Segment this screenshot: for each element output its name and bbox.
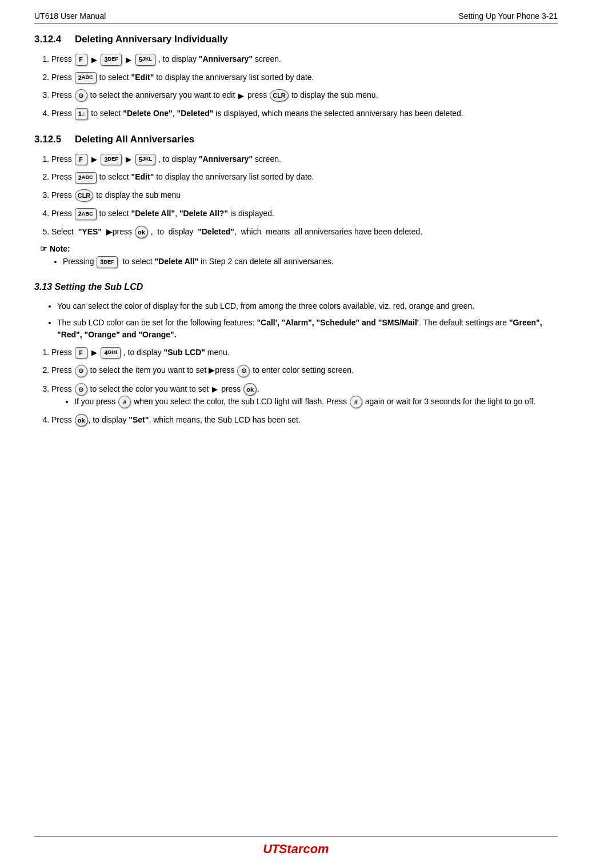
key-3def-note: 3DEF	[97, 256, 117, 268]
section-3-13-steps: Press F ▶ 4GHI , to display "Sub LCD" me…	[51, 347, 558, 427]
key-2abc-c: 2ABC	[75, 208, 97, 220]
footer-divider	[34, 837, 558, 837]
key-ok-c: ok	[75, 414, 88, 427]
step-3-12-5-1: Press F ▶ 3DEF ▶ 5JKL , to display "Anni…	[51, 153, 558, 166]
key-hash: #	[118, 396, 131, 408]
footer: UT Starcom	[0, 837, 592, 857]
step-3-13-3-sub-1: If you press # when you select the color…	[74, 396, 558, 408]
key-f-c: F	[75, 347, 87, 359]
step-3-12-4-1: Press F ▶ 3DEF ▶ 5JKL , to display "Anni…	[51, 53, 558, 66]
section-3-12-5: 3.12.5 Deleting All Anniversaries Press …	[34, 134, 558, 268]
step-3-12-4-4: Press 1.: to select "Delete One", "Delet…	[51, 107, 558, 120]
key-4ghi: 4GHI	[101, 347, 120, 359]
step-3-13-4: Press ok, to display "Set", which means,…	[51, 414, 558, 427]
step-3-13-3-subbullets: If you press # when you select the color…	[74, 396, 558, 408]
key-nav-d: ⊙	[237, 365, 250, 377]
step-3-12-5-4: Press 2ABC to select "Delete All", "Dele…	[51, 208, 558, 220]
footer-logo: UT Starcom	[263, 842, 329, 857]
note-list: Pressing 3DEF to select "Delete All" in …	[63, 256, 558, 268]
key-hash-b: #	[350, 396, 362, 408]
key-nav-circle: ⊙	[75, 89, 87, 102]
note-block: Note: Pressing 3DEF to select "Delete Al…	[40, 244, 558, 268]
key-3def: 3DEF	[101, 54, 121, 66]
section-3-13-bullet-2: The sub LCD color can be set for the fol…	[57, 317, 558, 341]
key-f: F	[75, 54, 87, 66]
note-label: Note:	[40, 244, 558, 253]
header-right: Setting Up Your Phone 3-21	[458, 11, 558, 21]
page: UT618 User Manual Setting Up Your Phone …	[0, 0, 592, 868]
section-3-12-5-steps: Press F ▶ 3DEF ▶ 5JKL , to display "Anni…	[51, 153, 558, 238]
key-ok-b: ok	[243, 383, 257, 396]
section-3-13-title: 3.13 Setting the Sub LCD	[34, 282, 558, 292]
section-3-12-4-steps: Press F ▶ 3DEF ▶ 5JKL , to display "Anni…	[51, 53, 558, 120]
section-3-12-5-title: 3.12.5 Deleting All Anniversaries	[34, 134, 558, 145]
section-3-13-bullet-1: You can select the color of display for …	[57, 300, 558, 312]
section-3-12-4: 3.12.4 Deleting Anniversary Individually…	[34, 34, 558, 120]
step-3-12-5-2: Press 2ABC to select "Edit" to display t…	[51, 171, 558, 184]
step-3-12-5-3: Press CLR to display the sub menu	[51, 189, 558, 202]
logo-starcom: Starcom	[279, 842, 329, 857]
key-5jkl-b: 5JKL	[135, 154, 155, 166]
step-3-12-4-3: Press ⊙ to select the anniversary you wa…	[51, 89, 558, 102]
key-3def-b: 3DEF	[101, 154, 121, 166]
note-item: Pressing 3DEF to select "Delete All" in …	[63, 256, 558, 268]
key-2abc: 2ABC	[75, 72, 97, 84]
key-clr: CLR	[270, 89, 289, 102]
step-3-12-4-2: Press 2ABC to select "Edit" to display t…	[51, 71, 558, 84]
section-3-12-4-title: 3.12.4 Deleting Anniversary Individually	[34, 34, 558, 45]
step-3-13-3: Press ⊙ to select the color you want to …	[51, 383, 558, 409]
page-header: UT618 User Manual Setting Up Your Phone …	[34, 11, 558, 23]
header-left: UT618 User Manual	[34, 11, 106, 21]
key-nav-e: ⊙	[75, 383, 87, 396]
key-ok: ok	[135, 226, 148, 238]
key-5jkl: 5JKL	[135, 54, 155, 66]
step-3-13-1: Press F ▶ 4GHI , to display "Sub LCD" me…	[51, 347, 558, 359]
section-3-13-bullets: You can select the color of display for …	[57, 300, 558, 341]
step-3-13-2: Press ⊙ to select the item you want to s…	[51, 364, 558, 377]
key-nav-c: ⊙	[75, 365, 87, 377]
section-3-13: 3.13 Setting the Sub LCD You can select …	[34, 282, 558, 427]
key-f-b: F	[75, 154, 87, 166]
logo-ut: UT	[263, 842, 278, 857]
key-clr-b: CLR	[75, 189, 94, 202]
step-3-12-5-5: Select "YES" ▶press ok , to display "Del…	[51, 226, 558, 238]
key-1: 1.:	[75, 108, 89, 120]
key-2abc-b: 2ABC	[75, 172, 97, 184]
